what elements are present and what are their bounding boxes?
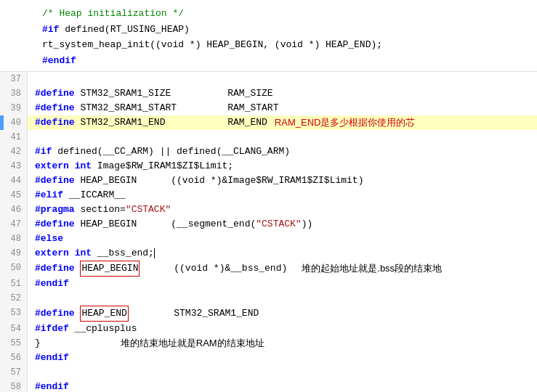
define-body-38: STM32_SRAM1_SIZE RAM_SIZE [75, 86, 273, 101]
extern-body-43: Image$RW_IRAM1$ZI$Limit; [92, 159, 233, 173]
line-num-57: 57 [0, 365, 28, 380]
line-num-49: 49 [0, 246, 28, 261]
code-line-37: 37 [0, 72, 537, 86]
ifdef-body-54: __cplusplus [69, 322, 137, 336]
code-container: /* Heap initialization */ #if defined(RT… [0, 0, 537, 392]
code-line-46: 46 #pragma section="CSTACK" [0, 203, 537, 217]
code-line-57: 57 [0, 365, 537, 380]
code-line-44: 44 #define HEAP_BEGIN ((void *)&Image$RW… [0, 173, 537, 188]
annotation-55: 堆的结束地址就是RAM的结束地址 [121, 336, 265, 351]
space-50 [75, 261, 81, 276]
line-content-37 [28, 72, 537, 86]
elif-kw-45: #elif [35, 188, 63, 203]
line-content-46: #pragma section="CSTACK" [28, 203, 537, 217]
code-line-58: 58 #endif [0, 380, 537, 392]
line-content-52 [28, 291, 537, 306]
line-content-47: #define HEAP_BEGIN (__segment_end("CSTAC… [28, 217, 537, 232]
pragma-kw-46: #pragma [35, 203, 75, 217]
code-line-49: 49 extern int __bss_end; [0, 246, 537, 261]
line-num-55: 55 [0, 336, 28, 351]
code-line-41: 41 [0, 130, 537, 144]
pragma-str-46: "CSTACK" [126, 203, 171, 217]
define-close-47: )) [302, 217, 313, 232]
code-line-39: 39 #define STM32_SRAM1_START RAM_START [0, 101, 537, 115]
line-content-49: extern int __bss_end; [28, 246, 537, 261]
extern-kw-49: extern [35, 246, 69, 261]
line-content-57 [28, 365, 537, 380]
line-content-43: extern int Image$RW_IRAM1$ZI$Limit; [28, 159, 537, 173]
define-kw-53: #define [35, 306, 75, 321]
else-kw-48: #else [35, 232, 63, 246]
line-num-50: 50 [0, 261, 28, 277]
define-kw-38: #define [35, 86, 75, 101]
code-line-47: 47 #define HEAP_BEGIN (__segment_end("CS… [0, 217, 537, 232]
annotation-40: RAM_END是多少根据你使用的芯 [275, 115, 416, 130]
line-num-46: 46 [0, 203, 28, 217]
endif-kw-56: #endif [35, 351, 69, 365]
comment-indent: /* Heap initialization */ [35, 7, 184, 21]
line-num-43: 43 [0, 159, 28, 173]
space-49 [69, 246, 75, 261]
space-53 [75, 306, 81, 321]
line-num-48: 48 [0, 232, 28, 246]
line-content-39: #define STM32_SRAM1_START RAM_START [28, 101, 537, 115]
line-num-41: 41 [0, 130, 28, 144]
line-num-52: 52 [0, 291, 28, 306]
heap-end-box: HEAP_END [80, 306, 128, 322]
define-str-47: "CSTACK" [256, 217, 301, 232]
line-content-54: #ifdef __cplusplus [28, 322, 537, 336]
line-num-comment [7, 7, 35, 21]
int-kw-49: int [75, 246, 92, 261]
line-content-48: #else [28, 232, 537, 246]
init-call: rt_system_heap_init((void *) HEAP_BEGIN,… [42, 39, 382, 50]
line-num-40: 40 [0, 115, 28, 130]
code-line-38: 38 #define STM32_SRAM1_SIZE RAM_SIZE [0, 86, 537, 101]
line-num-38: 38 [0, 86, 28, 101]
line-content-45: #elif __ICCARM__ [28, 188, 537, 203]
define-rest-50: ((void *)&__bss_end) [140, 261, 287, 276]
line-content-55: } 堆的结束地址就是RAM的结束地址 [28, 336, 537, 351]
code-line-50: 50 #define HEAP_BEGIN ((void *)&__bss_en… [0, 261, 537, 277]
line-num-39: 39 [0, 101, 28, 115]
line-content-51: #endif [28, 277, 537, 291]
define-body-40: STM32_SRAM1_END RAM_END [75, 115, 267, 130]
ifdef-kw-54: #ifdef [35, 322, 69, 336]
define-body-44: HEAP_BEGIN ((void *)&Image$RW_IRAM1$ZI$L… [75, 173, 364, 188]
text-cursor [154, 248, 155, 258]
brace-55: } [35, 336, 41, 351]
code-line-55: 55 } 堆的结束地址就是RAM的结束地址 [0, 336, 537, 351]
top-block: /* Heap initialization */ #if defined(RT… [0, 0, 537, 72]
line-num-37: 37 [0, 72, 28, 86]
pragma-body-46: section= [75, 203, 126, 217]
line-content-53: #define HEAP_END STM32_SRAM1_END [28, 306, 537, 322]
line-num-42: 42 [0, 144, 28, 159]
endif-keyword-top: #endif [42, 55, 76, 66]
define-body-39: STM32_SRAM1_START RAM_START [75, 101, 279, 115]
line-num-44: 44 [0, 173, 28, 188]
line-content-40: #define STM32_SRAM1_END RAM_END RAM_END是… [28, 115, 537, 130]
comment-text: /* Heap initialization */ [42, 8, 184, 19]
endif-kw-51: #endif [35, 277, 69, 291]
code-line-54: 54 #ifdef __cplusplus [0, 322, 537, 336]
extern-kw-43: extern [35, 159, 69, 173]
code-line-40: 40 #define STM32_SRAM1_END RAM_END RAM_E… [0, 115, 537, 130]
header-init-line: rt_system_heap_init((void *) HEAP_BEGIN,… [0, 37, 537, 53]
extern-body-49: __bss_end; [92, 246, 154, 261]
line-content-42: #if defined(__CC_ARM) || defined(__CLANG… [28, 144, 537, 159]
if-condition: defined(RT_USING_HEAP) [65, 24, 190, 35]
line-num-56: 56 [0, 351, 28, 365]
annotation-50: 堆的起始地址就是.bss段的结束地 [302, 261, 442, 276]
line-content-50: #define HEAP_BEGIN ((void *)&__bss_end) … [28, 261, 537, 277]
code-line-42: 42 #if defined(__CC_ARM) || defined(__CL… [0, 144, 537, 159]
int-kw-43: int [75, 159, 92, 173]
line-num-58: 58 [0, 380, 28, 392]
editor-area: 37 38 #define STM32_SRAM1_SIZE RAM_SIZE … [0, 72, 537, 392]
code-line-51: 51 #endif [0, 277, 537, 291]
heap-begin-box: HEAP_BEGIN [80, 261, 140, 277]
define-kw-39: #define [35, 101, 75, 115]
define-kw-40: #define [35, 115, 75, 130]
define-kw-50: #define [35, 261, 75, 276]
define-name-47: HEAP_BEGIN (__segment_end( [75, 217, 257, 232]
endif-kw-58: #endif [35, 380, 69, 392]
define-kw-47: #define [35, 217, 75, 232]
